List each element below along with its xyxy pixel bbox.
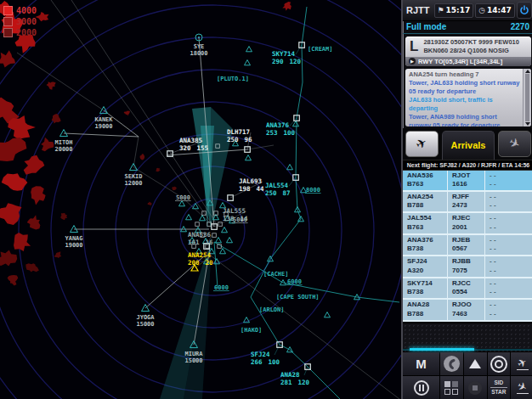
ground-target-square	[212, 233, 217, 238]
aircraft-SKY714[interactable]: SKY714290120	[272, 42, 304, 65]
radar-scope[interactable]: KANEK19000MITOH20000SEKID12000YANAG19000…	[0, 0, 401, 399]
arrivals-list-button[interactable]: ✈	[511, 376, 532, 399]
pause-icon	[414, 380, 429, 396]
terrain-blob	[8, 275, 19, 286]
fix-triangle	[179, 201, 185, 206]
star-route-line	[270, 219, 301, 259]
mode-counter: 2270	[511, 22, 529, 31]
scroll-thumb[interactable]	[525, 74, 529, 121]
svg-text:15000: 15000	[136, 321, 154, 328]
fix-triangle	[227, 238, 233, 243]
terrain-blob	[41, 138, 54, 152]
svg-text:SEKID: SEKID	[124, 173, 142, 180]
svg-text:6000: 6000	[287, 278, 302, 285]
terrain-blob	[25, 263, 39, 272]
sid-star-labels: SIDSTAR	[490, 380, 507, 396]
waypoint-MIURA: MIURA15000	[184, 351, 203, 364]
terrain-blob	[156, 168, 161, 172]
clock-icon: ◷	[478, 6, 485, 14]
aircraft-JAL555[interactable]: JAL55513814	[212, 207, 248, 229]
airway-line	[248, 145, 274, 149]
arrival-row[interactable]: SKY714B738RJCC0554- -- -	[403, 278, 532, 300]
layout-button[interactable]	[440, 376, 463, 399]
star-route-line	[308, 367, 340, 399]
arrival-row[interactable]: JAL554B763RJEC2001- -- -	[403, 213, 532, 234]
svg-text:5000: 5000	[176, 194, 190, 201]
svg-text:SYE: SYE	[194, 43, 205, 50]
sim-time: 15:17	[446, 6, 471, 14]
airway-line	[133, 137, 139, 167]
terrain-blob	[140, 154, 145, 160]
runway-config-bar[interactable]: ▶ RWY TO[05,34R] L[34R,34L]	[405, 57, 531, 66]
triangle-icon	[469, 359, 481, 368]
sim-time-chip: ⚑ 15:17	[434, 3, 474, 18]
aircraft-ANA28[interactable]: ANA28281120	[280, 364, 310, 386]
tab-landings[interactable]: ✈	[495, 128, 532, 160]
arrival-row[interactable]: ANA536B763RJOT1616- -- -	[403, 171, 532, 192]
arrivals-table: ANA536B763RJOT1616- -- -ANA254B788RJFF24…	[403, 171, 532, 322]
atis-letter: L	[408, 38, 420, 54]
radio-message: ANA254 turn heading 7	[409, 70, 521, 79]
star-route-line	[297, 82, 303, 118]
terrain-blob	[8, 115, 36, 139]
airway-line	[204, 250, 399, 399]
terrain-blob	[148, 202, 152, 205]
tab-arrivals-label: Arrivals	[451, 140, 486, 150]
real-time: 14:47	[487, 6, 512, 14]
svg-text:6000: 6000	[214, 284, 229, 291]
small-square-icon	[468, 381, 482, 395]
radar-pane[interactable]: KANEK19000MITOH20000SEKID12000YANAG19000…	[0, 0, 401, 399]
aircraft-ANA376[interactable]: ANA376253100	[266, 115, 299, 137]
landing-icon: ✈	[507, 135, 522, 151]
terrain-blob	[60, 213, 67, 221]
svg-text:[CAPE SOUTH]: [CAPE SOUTH]	[276, 294, 320, 301]
terrain-blob	[54, 251, 61, 258]
terrain-blob	[24, 155, 45, 175]
swoosh-icon	[444, 356, 460, 372]
aircraft-DLH717[interactable]: DLH71725096	[227, 128, 252, 152]
scroll-up-icon[interactable]	[525, 70, 530, 73]
terrain-blob	[0, 250, 17, 267]
aircraft-JAL693[interactable]: JAL69319844	[228, 177, 264, 200]
sid-star-button[interactable]: SIDSTAR	[488, 376, 511, 399]
map-mode-button[interactable]: M	[403, 352, 439, 375]
tab-departures[interactable]: ✈	[403, 128, 441, 160]
svg-text:20000: 20000	[54, 146, 72, 153]
takeoff-lines-icon: ✈	[517, 357, 529, 370]
svg-text:[CREAM]: [CREAM]	[308, 46, 333, 53]
svg-text:MITOH: MITOH	[54, 139, 72, 146]
next-flight-bar: Next flight: SFJ82 / A320 / RJFR / ETA 1…	[403, 160, 532, 171]
mode-label: Full mode	[406, 22, 446, 31]
scroll-down-icon[interactable]	[525, 122, 530, 126]
svg-text:25096: 25096	[227, 136, 252, 143]
range-rings-button[interactable]	[488, 352, 511, 375]
airway-line	[51, 0, 214, 227]
svg-text:15000: 15000	[184, 357, 202, 364]
center-view-button[interactable]	[464, 376, 487, 399]
terrain-blob	[36, 12, 49, 21]
terrain-blob	[46, 81, 55, 89]
arrival-row[interactable]: ANA28B788RJOO7463- -- -	[403, 300, 532, 321]
svg-text:[HAKO]: [HAKO]	[241, 327, 262, 334]
arrival-row[interactable]: SFJ24A320RJBB7075- -- -	[403, 256, 532, 278]
aircraft-SFJ24[interactable]: SFJ24266100	[251, 342, 282, 366]
atis-panel[interactable]: L 281930Z 05007KT 9999 FEW010 BKN060 28/…	[405, 37, 531, 66]
terrain-blob	[14, 233, 31, 251]
vector-tool-button[interactable]	[440, 352, 463, 375]
departures-list-button[interactable]: ✈	[511, 352, 532, 375]
star-route-line	[251, 259, 270, 297]
waypoint-button[interactable]	[464, 352, 487, 375]
arrival-row[interactable]: ANA254B788RJFF2473- -- -	[403, 192, 532, 213]
message-scrollbar[interactable]	[523, 69, 531, 126]
pause-button[interactable]	[403, 376, 439, 399]
tab-arrivals[interactable]: Arrivals	[442, 131, 495, 160]
terrain-blob	[0, 138, 26, 161]
waypoint-YANAG: YANAG19000	[65, 235, 82, 249]
arrival-row[interactable]: ANA376B738RJEB0567- -- -	[403, 235, 532, 256]
star-route-line	[302, 45, 303, 82]
radio-message: JAL633 hold short, traffic is departing	[409, 96, 521, 113]
play-icon: ▶	[409, 58, 416, 65]
terrain-blob	[0, 50, 15, 67]
fix-triangle	[216, 238, 222, 243]
power-button[interactable]	[517, 2, 532, 19]
